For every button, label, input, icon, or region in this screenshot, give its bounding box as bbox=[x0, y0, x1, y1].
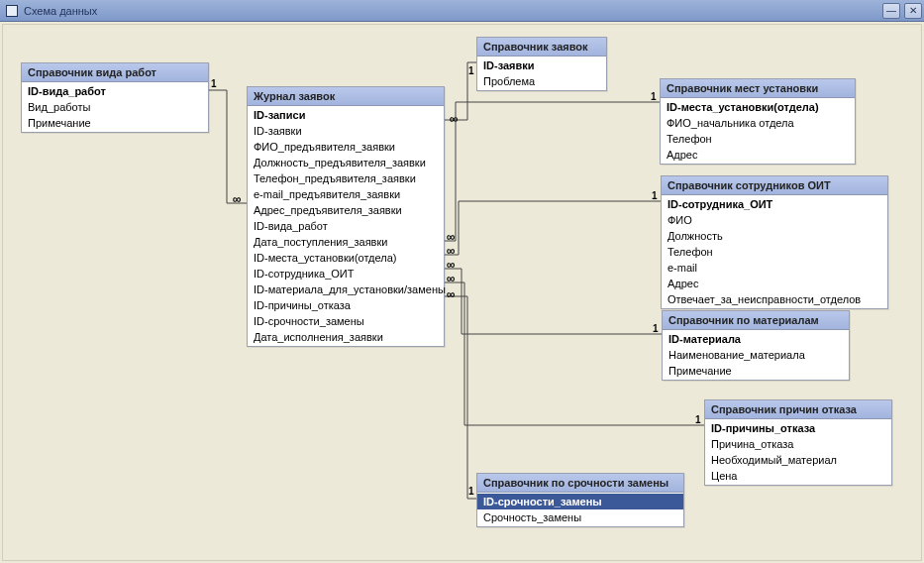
field[interactable]: ID-вида_работ bbox=[248, 218, 444, 234]
field[interactable]: ID-сотрудника_ОИТ bbox=[248, 266, 444, 282]
field[interactable]: ID-материала_для_установки/замены bbox=[248, 282, 444, 297]
field[interactable]: Должность bbox=[662, 228, 887, 244]
table-places[interactable]: Справочник мест установки ID-места_устан… bbox=[660, 78, 856, 165]
field[interactable]: Дата_поступления_заявки bbox=[248, 234, 444, 250]
field[interactable]: Необходимый_материал bbox=[705, 452, 891, 468]
table-urgency[interactable]: Справочник по срочности замены ID-срочно… bbox=[476, 473, 684, 527]
svg-text:1: 1 bbox=[211, 78, 217, 89]
field[interactable]: ФИО_предъявителя_заявки bbox=[248, 139, 444, 155]
svg-text:∞: ∞ bbox=[233, 192, 242, 206]
table-materials[interactable]: Справочник по материалам ID-материала На… bbox=[662, 310, 850, 381]
field[interactable]: Дата_исполнения_заявки bbox=[248, 329, 444, 345]
field[interactable]: ID-причины_отказа bbox=[705, 420, 891, 436]
svg-text:1: 1 bbox=[468, 65, 474, 76]
table-header[interactable]: Справочник заявок bbox=[477, 38, 606, 56]
svg-text:∞: ∞ bbox=[447, 272, 456, 285]
field[interactable]: Причина_отказа bbox=[705, 436, 891, 452]
table-header[interactable]: Справочник сотрудников ОИТ bbox=[662, 176, 887, 195]
table-header[interactable]: Справочник по срочности замены bbox=[477, 474, 683, 493]
field[interactable]: e-mail_предъявителя_заявки bbox=[248, 186, 444, 202]
field[interactable]: Отвечает_за_неисправности_отделов bbox=[662, 291, 887, 307]
svg-text:1: 1 bbox=[652, 190, 658, 201]
field[interactable]: Адрес bbox=[661, 147, 855, 163]
window-titlebar: Схема данных — ✕ bbox=[0, 0, 924, 22]
field[interactable]: ID-записи bbox=[248, 107, 444, 123]
table-header[interactable]: Справочник мест установки bbox=[661, 79, 855, 98]
field[interactable]: Вид_работы bbox=[22, 99, 208, 115]
field[interactable]: Телефон bbox=[662, 244, 887, 260]
table-header[interactable]: Справочник причин отказа bbox=[705, 400, 891, 419]
table-requests[interactable]: Справочник заявок ID-заявки Проблема bbox=[476, 37, 607, 91]
table-staff[interactable]: Справочник сотрудников ОИТ ID-сотрудника… bbox=[661, 175, 888, 309]
close-button[interactable]: ✕ bbox=[904, 3, 922, 19]
field[interactable]: Срочность_замены bbox=[477, 509, 683, 525]
svg-text:∞: ∞ bbox=[450, 112, 459, 126]
field[interactable]: ID-заявки bbox=[477, 57, 606, 73]
window-title: Схема данных bbox=[24, 5, 97, 17]
field[interactable]: ID-места_установки(отдела) bbox=[248, 250, 444, 266]
field[interactable]: Наименование_материала bbox=[663, 347, 849, 363]
field[interactable]: Должность_предъявителя_заявки bbox=[248, 155, 444, 170]
svg-text:1: 1 bbox=[653, 323, 659, 334]
field[interactable]: ID-заявки bbox=[248, 123, 444, 139]
svg-text:1: 1 bbox=[651, 91, 657, 102]
svg-text:∞: ∞ bbox=[447, 244, 456, 258]
field[interactable]: ID-вида_работ bbox=[22, 83, 208, 99]
svg-text:∞: ∞ bbox=[447, 230, 456, 244]
field[interactable]: ID-материала bbox=[663, 331, 849, 347]
field[interactable]: Примечание bbox=[663, 363, 849, 379]
table-journal[interactable]: Журнал заявок ID-записи ID-заявки ФИО_пр… bbox=[247, 86, 445, 347]
table-header[interactable]: Справочник по материалам bbox=[663, 311, 849, 330]
table-header[interactable]: Справочник вида работ bbox=[22, 63, 208, 82]
field[interactable]: Адрес_предъявителя_заявки bbox=[248, 202, 444, 218]
field[interactable]: ID-срочности_замены bbox=[477, 494, 683, 509]
field[interactable]: ФИО_начальника отдела bbox=[661, 115, 855, 131]
field[interactable]: ID-сотрудника_ОИТ bbox=[662, 196, 887, 212]
svg-text:∞: ∞ bbox=[447, 287, 456, 301]
field[interactable]: Проблема bbox=[477, 73, 606, 89]
field[interactable]: ID-места_установки(отдела) bbox=[661, 99, 855, 115]
table-refusal[interactable]: Справочник причин отказа ID-причины_отка… bbox=[704, 399, 892, 486]
field[interactable]: Примечание bbox=[22, 115, 208, 131]
field[interactable]: ID-причины_отказа bbox=[248, 297, 444, 313]
field[interactable]: Цена bbox=[705, 468, 891, 484]
field[interactable]: ID-срочности_замены bbox=[248, 313, 444, 329]
svg-text:1: 1 bbox=[695, 414, 701, 425]
table-work-types[interactable]: Справочник вида работ ID-вида_работ Вид_… bbox=[21, 62, 209, 133]
field[interactable]: Телефон_предъявителя_заявки bbox=[248, 170, 444, 186]
field[interactable]: ФИО bbox=[662, 212, 887, 228]
table-header[interactable]: Журнал заявок bbox=[248, 87, 444, 106]
relationship-canvas[interactable]: 1 ∞ 1 ∞ 1 ∞ 1 ∞ 1 ∞ 1 ∞ 1 ∞ Справочник в… bbox=[2, 24, 922, 561]
svg-text:1: 1 bbox=[468, 486, 474, 497]
minimize-button[interactable]: — bbox=[882, 3, 900, 19]
application-icon bbox=[6, 5, 18, 17]
field[interactable]: Телефон bbox=[661, 131, 855, 147]
field[interactable]: e-mail bbox=[662, 260, 887, 276]
svg-text:∞: ∞ bbox=[447, 258, 456, 272]
field[interactable]: Адрес bbox=[662, 276, 887, 291]
